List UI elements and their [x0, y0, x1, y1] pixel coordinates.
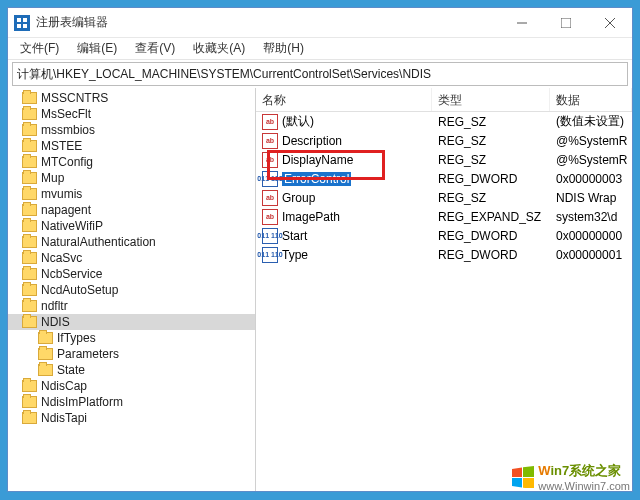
- maximize-button[interactable]: [544, 8, 588, 37]
- value-name: ErrorControl: [282, 172, 351, 186]
- value-row[interactable]: 011 110ErrorControlREG_DWORD0x00000003: [256, 169, 632, 188]
- folder-icon: [38, 332, 53, 344]
- column-type[interactable]: 类型: [432, 88, 550, 111]
- value-name: Group: [282, 191, 315, 205]
- value-row[interactable]: ab(默认)REG_SZ(数值未设置): [256, 112, 632, 131]
- folder-icon: [22, 220, 37, 232]
- folder-icon: [22, 252, 37, 264]
- folder-icon: [22, 140, 37, 152]
- folder-icon: [22, 108, 37, 120]
- value-type: REG_SZ: [432, 134, 550, 148]
- tree-item[interactable]: MTConfig: [8, 154, 255, 170]
- menu-favorites[interactable]: 收藏夹(A): [185, 38, 253, 59]
- folder-icon: [22, 412, 37, 424]
- content-area: MSSCNTRSMsSecFltmssmbiosMSTEEMTConfigMup…: [8, 88, 632, 491]
- tree-item[interactable]: NcbService: [8, 266, 255, 282]
- registry-editor-window: 注册表编辑器 文件(F) 编辑(E) 查看(V) 收藏夹(A) 帮助(H) 计算…: [7, 7, 633, 492]
- folder-icon: [22, 300, 37, 312]
- value-type: REG_DWORD: [432, 248, 550, 262]
- tree-label: mssmbios: [41, 123, 95, 137]
- value-row[interactable]: abGroupREG_SZNDIS Wrap: [256, 188, 632, 207]
- tree-item[interactable]: State: [8, 362, 255, 378]
- tree-label: NativeWifiP: [41, 219, 103, 233]
- window-title: 注册表编辑器: [36, 14, 500, 31]
- value-name: ImagePath: [282, 210, 340, 224]
- tree-label: NcbService: [41, 267, 102, 281]
- value-row[interactable]: abDisplayNameREG_SZ@%SystemR: [256, 150, 632, 169]
- folder-icon: [22, 188, 37, 200]
- value-name: Type: [282, 248, 308, 262]
- string-value-icon: ab: [262, 152, 278, 168]
- column-data[interactable]: 数据: [550, 88, 632, 111]
- tree-item[interactable]: NativeWifiP: [8, 218, 255, 234]
- tree-label: NDIS: [41, 315, 70, 329]
- menu-edit[interactable]: 编辑(E): [69, 38, 125, 59]
- tree-item[interactable]: Mup: [8, 170, 255, 186]
- tree-item[interactable]: Parameters: [8, 346, 255, 362]
- folder-icon: [22, 204, 37, 216]
- list-header: 名称 类型 数据: [256, 88, 632, 112]
- svg-rect-2: [17, 24, 21, 28]
- tree-label: ndfltr: [41, 299, 68, 313]
- value-type: REG_DWORD: [432, 172, 550, 186]
- tree-item[interactable]: ndfltr: [8, 298, 255, 314]
- menu-file[interactable]: 文件(F): [12, 38, 67, 59]
- folder-icon: [22, 396, 37, 408]
- svg-rect-1: [23, 18, 27, 22]
- tree-item[interactable]: NcdAutoSetup: [8, 282, 255, 298]
- tree-item[interactable]: IfTypes: [8, 330, 255, 346]
- value-row[interactable]: abDescriptionREG_SZ@%SystemR: [256, 131, 632, 150]
- address-bar[interactable]: 计算机\HKEY_LOCAL_MACHINE\SYSTEM\CurrentCon…: [12, 62, 628, 86]
- value-data: 0x00000000: [550, 229, 632, 243]
- tree-item[interactable]: MSTEE: [8, 138, 255, 154]
- tree-item[interactable]: MSSCNTRS: [8, 90, 255, 106]
- tree-item[interactable]: mssmbios: [8, 122, 255, 138]
- tree-item[interactable]: NdisTapi: [8, 410, 255, 426]
- tree-panel[interactable]: MSSCNTRSMsSecFltmssmbiosMSTEEMTConfigMup…: [8, 88, 256, 491]
- value-type: REG_SZ: [432, 191, 550, 205]
- value-data: @%SystemR: [550, 134, 632, 148]
- tree-item[interactable]: NdisCap: [8, 378, 255, 394]
- svg-rect-0: [17, 18, 21, 22]
- value-row[interactable]: 011 110TypeREG_DWORD0x00000001: [256, 245, 632, 264]
- windows-logo-icon: [512, 466, 534, 488]
- value-row[interactable]: 011 110StartREG_DWORD0x00000000: [256, 226, 632, 245]
- tree-item[interactable]: napagent: [8, 202, 255, 218]
- tree-item[interactable]: NaturalAuthentication: [8, 234, 255, 250]
- folder-icon: [38, 348, 53, 360]
- binary-value-icon: 011 110: [262, 228, 278, 244]
- tree-item[interactable]: NDIS: [8, 314, 255, 330]
- value-data: NDIS Wrap: [550, 191, 632, 205]
- tree-label: mvumis: [41, 187, 82, 201]
- address-text: 计算机\HKEY_LOCAL_MACHINE\SYSTEM\CurrentCon…: [17, 66, 623, 83]
- binary-value-icon: 011 110: [262, 247, 278, 263]
- tree-label: napagent: [41, 203, 91, 217]
- tree-item[interactable]: NdisImPlatform: [8, 394, 255, 410]
- string-value-icon: ab: [262, 133, 278, 149]
- titlebar[interactable]: 注册表编辑器: [8, 8, 632, 38]
- value-type: REG_SZ: [432, 153, 550, 167]
- tree-label: MsSecFlt: [41, 107, 91, 121]
- menu-help[interactable]: 帮助(H): [255, 38, 312, 59]
- value-data: @%SystemR: [550, 153, 632, 167]
- tree-item[interactable]: mvumis: [8, 186, 255, 202]
- tree-label: NdisImPlatform: [41, 395, 123, 409]
- column-name[interactable]: 名称: [256, 88, 432, 111]
- folder-icon: [22, 380, 37, 392]
- tree-item[interactable]: MsSecFlt: [8, 106, 255, 122]
- binary-value-icon: 011 110: [262, 171, 278, 187]
- menu-view[interactable]: 查看(V): [127, 38, 183, 59]
- value-data: 0x00000001: [550, 248, 632, 262]
- value-name: (默认): [282, 113, 314, 130]
- list-body[interactable]: ab(默认)REG_SZ(数值未设置)abDescriptionREG_SZ@%…: [256, 112, 632, 491]
- tree-label: IfTypes: [57, 331, 96, 345]
- value-type: REG_DWORD: [432, 229, 550, 243]
- minimize-button[interactable]: [500, 8, 544, 37]
- value-data: system32\d: [550, 210, 632, 224]
- folder-icon: [22, 236, 37, 248]
- value-row[interactable]: abImagePathREG_EXPAND_SZsystem32\d: [256, 207, 632, 226]
- tree-label: NcaSvc: [41, 251, 82, 265]
- close-button[interactable]: [588, 8, 632, 37]
- tree-item[interactable]: NcaSvc: [8, 250, 255, 266]
- folder-icon: [22, 316, 37, 328]
